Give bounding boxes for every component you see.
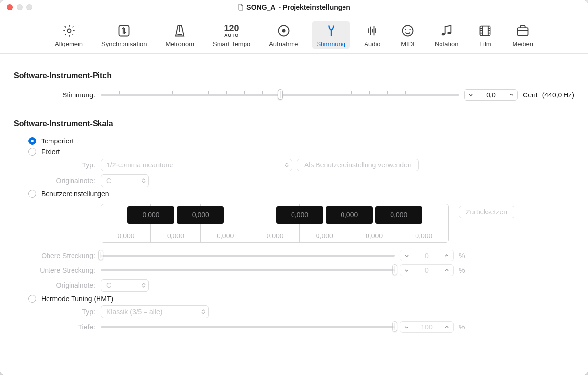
black-key-value: 0,000 [291, 211, 308, 219]
tuning-keyboard: 0,0000,0000,0000,0000,000 [101, 204, 449, 243]
tab-synchronisation[interactable]: Synchronisation [97, 21, 152, 49]
tab-medien[interactable]: Medien [507, 21, 538, 49]
radio-fixiert[interactable] [28, 148, 36, 156]
stepper-down-button [400, 250, 413, 261]
radio-user[interactable] [28, 190, 36, 198]
lower-stretch-stepper: 0 [400, 264, 454, 276]
radio-temperiert[interactable] [28, 137, 36, 145]
user-origin-row: Originalnote: C [14, 279, 574, 292]
titlebar: SONG_A - Projekteinstellungen [0, 0, 588, 15]
lower-stretch-value: 0 [413, 266, 441, 274]
svg-point-0 [67, 29, 71, 33]
slider-thumb [392, 321, 397, 332]
use-as-user-label: Als Benutzereinstellung verwenden [304, 161, 412, 169]
svg-rect-10 [517, 28, 528, 35]
tab-label: Metronom [166, 40, 195, 47]
svg-point-3 [282, 29, 285, 33]
hmt-type-row: Typ: Klassik (3/5 – alle) [14, 305, 574, 318]
user-origin-select: C [101, 279, 149, 292]
black-key-value: 0,000 [192, 211, 209, 219]
slider-thumb [392, 264, 397, 275]
upper-stretch-stepper: 0 [400, 250, 454, 261]
white-key-value [349, 229, 398, 242]
pitch-stepper[interactable]: 0,0 [464, 89, 518, 101]
tab-midi[interactable]: MIDI [394, 21, 421, 49]
tab-audio[interactable]: Audio [359, 21, 386, 49]
hmt-type-label: Typ: [14, 308, 101, 316]
radio-hmt-row: Hermode Tuning (HMT) [28, 295, 574, 303]
close-window-button[interactable] [7, 4, 13, 10]
black-key: 0,000 [276, 206, 323, 224]
upper-stretch-slider [101, 250, 395, 261]
depth-row: Tiefe: 100 % [14, 321, 574, 333]
tempo-value: 120 [224, 24, 239, 33]
white-key-value [300, 229, 349, 242]
svg-rect-1 [119, 26, 129, 36]
updown-icon [285, 163, 289, 167]
black-key: 0,000 [127, 206, 174, 224]
record-icon [275, 23, 292, 38]
stepper-down-button[interactable] [465, 90, 477, 100]
updown-icon [201, 309, 205, 314]
black-key: 0,000 [326, 206, 373, 224]
pitch-slider[interactable] [101, 90, 459, 100]
hmt-type-select: Klassik (3/5 – alle) [101, 305, 209, 318]
gear-icon [61, 23, 77, 38]
window-title: SONG_A - Projekteinstellungen [0, 3, 588, 11]
white-key-value [151, 229, 200, 242]
depth-stepper: 100 [400, 321, 454, 333]
document-icon [238, 4, 244, 11]
zoom-window-button[interactable] [26, 4, 32, 10]
slider-thumb[interactable] [278, 89, 283, 100]
lower-stretch-label: Untere Streckung: [14, 266, 101, 274]
tab-notation[interactable]: Notation [430, 21, 463, 49]
tab-allgemein[interactable]: Allgemein [50, 21, 88, 49]
minimize-window-button[interactable] [17, 4, 23, 10]
hmt-type-value: Klassik (3/5 – alle) [106, 308, 162, 316]
tab-label: Allgemein [55, 40, 83, 47]
radio-hmt[interactable] [28, 295, 36, 303]
stepper-up-button [441, 250, 453, 261]
stepper-up-button [441, 322, 453, 332]
tab-label: Audio [364, 40, 380, 47]
pitch-unit: Cent [523, 91, 538, 99]
updown-icon [142, 178, 146, 183]
title-suffix: - Projekteinstellungen [278, 3, 350, 11]
keyboard-row: 0,0000,0000,0000,0000,000 Zurücksetzen [14, 201, 574, 243]
user-origin-value: C [106, 281, 111, 289]
metronome-icon [172, 23, 188, 38]
radio-user-label: Benutzereinstellungen [41, 190, 109, 198]
tab-label: Stimmung [317, 40, 345, 47]
radio-hmt-label: Hermode Tuning (HMT) [41, 295, 113, 303]
pitch-value: 0,0 [477, 91, 505, 99]
fixed-origin-value: C [106, 177, 111, 185]
pitch-label: Stimmung: [14, 91, 101, 99]
svg-point-8 [448, 32, 451, 34]
fixed-type-label: Typ: [14, 161, 101, 169]
tab-stimmung[interactable]: Stimmung [312, 21, 350, 49]
updown-icon [142, 283, 146, 288]
briefcase-icon [514, 23, 531, 38]
film-icon [477, 23, 493, 38]
depth-value: 100 [413, 323, 441, 331]
tempo-icon: 120 AUTO [223, 23, 240, 38]
svg-point-7 [442, 33, 445, 36]
stepper-down-button [400, 265, 413, 276]
user-origin-label: Originalnote: [14, 281, 101, 289]
tab-metronom[interactable]: Metronom [161, 21, 199, 49]
tab-film[interactable]: Film [472, 21, 498, 49]
depth-slider [101, 322, 395, 332]
settings-toolbar: Allgemein Synchronisation Metronom 120 A… [0, 15, 588, 54]
tab-aufnahme[interactable]: Aufnahme [264, 21, 303, 49]
percent-unit: % [459, 323, 465, 331]
white-key-value [201, 229, 250, 242]
fixed-type-value: 1/2-comma meantone [106, 161, 173, 169]
white-key-value [101, 229, 150, 242]
radio-user-row: Benutzereinstellungen [28, 190, 574, 198]
sync-icon [116, 23, 132, 38]
tab-smart-tempo[interactable]: 120 AUTO Smart Tempo [208, 21, 255, 49]
window-controls [7, 4, 32, 10]
black-key: 0,000 [177, 206, 224, 224]
stepper-up-button[interactable] [505, 90, 517, 100]
tab-label: Medien [512, 40, 533, 47]
